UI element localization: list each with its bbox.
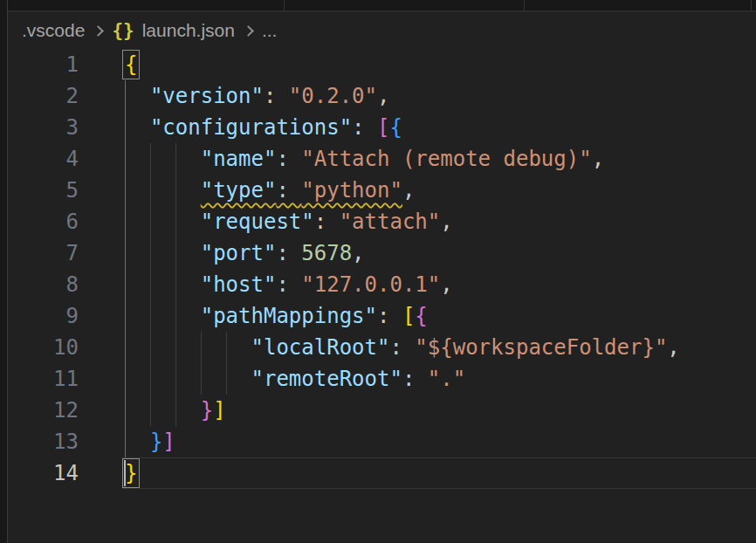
token: "0.2.0" [289, 84, 377, 108]
token: "Attach (remote debug)" [301, 147, 591, 171]
token: ] [162, 430, 175, 454]
breadcrumb-item-folder[interactable]: .vscode [22, 20, 85, 41]
token [125, 304, 201, 328]
code-line[interactable]: 2 "version": "0.2.0", [8, 80, 756, 112]
token: } [150, 430, 162, 454]
token: { [389, 115, 402, 140]
line-number[interactable]: 4 [8, 143, 79, 175]
token: "host" [201, 272, 277, 297]
token [125, 84, 150, 108]
line-number[interactable]: 6 [8, 206, 79, 237]
token: , [402, 178, 415, 203]
token [125, 335, 251, 360]
code-line[interactable]: 8 "host": "127.0.0.1", [8, 269, 756, 300]
code-text: "type": "python", [79, 175, 415, 206]
line-number[interactable]: 5 [8, 175, 79, 206]
token [125, 272, 201, 297]
token: "port" [201, 241, 277, 265]
json-file-icon: {} [112, 20, 134, 41]
bracket-match: { [125, 52, 137, 77]
token [125, 210, 201, 234]
token [125, 398, 201, 423]
token: , [667, 335, 679, 360]
line-number[interactable]: 2 [8, 80, 79, 112]
token: : [276, 241, 301, 265]
code-line[interactable]: 6 "request": "attach", [8, 206, 756, 237]
bracket-match: } [125, 461, 137, 485]
tab-separator [751, 0, 752, 10]
token: : [264, 84, 289, 108]
token: , [440, 210, 452, 234]
code-text: }] [79, 426, 175, 457]
code-line[interactable]: 7 "port": 5678, [8, 237, 756, 269]
breadcrumb-item-symbol[interactable]: ... [262, 20, 278, 41]
line-number[interactable]: 11 [8, 363, 79, 395]
line-number[interactable]: 12 [8, 395, 79, 426]
code-text: } [79, 457, 137, 489]
token [125, 367, 251, 391]
sidebar-edge [0, 0, 8, 543]
line-number[interactable]: 7 [8, 237, 79, 269]
token: : [352, 115, 377, 140]
code-text: "request": "attach", [79, 206, 453, 237]
token: [ [402, 304, 415, 328]
token [125, 178, 201, 203]
code-line[interactable]: 13 }] [8, 426, 756, 457]
token: : [402, 367, 428, 391]
token: 5678 [301, 241, 352, 265]
code-line[interactable]: 3 "configurations": [{ [8, 112, 756, 143]
line-number[interactable]: 14 [8, 457, 79, 489]
code-line[interactable]: 14} [8, 457, 756, 489]
token: "remoteRoot" [251, 367, 402, 391]
code-text: }] [79, 395, 226, 426]
token: , [377, 84, 389, 108]
code-line[interactable]: 1{ [8, 49, 756, 80]
token: , [592, 147, 604, 171]
code-line[interactable]: 11 "remoteRoot": "." [8, 363, 756, 395]
current-line-highlight [122, 457, 756, 489]
code-text: "version": "0.2.0", [79, 80, 389, 112]
code-text: "localRoot": "${workspaceFolder}", [79, 332, 680, 363]
token [125, 147, 201, 171]
token: "name" [201, 147, 277, 171]
code-text: "host": "127.0.0.1", [79, 269, 453, 300]
token: "request" [201, 210, 314, 234]
token: "127.0.0.1" [301, 272, 440, 297]
token: { [415, 304, 427, 328]
token: "configurations" [150, 115, 352, 140]
token [125, 241, 201, 265]
code-line[interactable]: 12 }] [8, 395, 756, 426]
tab-bar-edge [8, 0, 756, 12]
token [125, 115, 150, 140]
tab-separator [524, 0, 525, 10]
line-number[interactable]: 13 [8, 426, 79, 457]
cursor [124, 460, 126, 486]
breadcrumb-item-file[interactable]: launch.json [142, 20, 235, 41]
code-line[interactable]: 10 "localRoot": "${workspaceFolder}", [8, 332, 756, 363]
line-number[interactable]: 8 [8, 269, 79, 300]
token: : [276, 147, 301, 171]
line-number[interactable]: 10 [8, 332, 79, 363]
token: "type" [201, 178, 277, 203]
line-number[interactable]: 1 [8, 49, 79, 80]
editor[interactable]: 1{2 "version": "0.2.0",3 "configurations… [8, 49, 756, 543]
token: : [377, 304, 402, 328]
code-line[interactable]: 5 "type": "python", [8, 175, 756, 206]
token: , [352, 241, 364, 265]
code-text: "pathMappings": [{ [79, 300, 428, 332]
token: : [389, 335, 415, 360]
code-text: { [79, 49, 137, 80]
code-text: "configurations": [{ [79, 112, 402, 143]
line-number[interactable]: 9 [8, 300, 79, 332]
token: "version" [150, 84, 264, 108]
line-number[interactable]: 3 [8, 112, 79, 143]
tab-separator [284, 0, 285, 10]
token: , [440, 272, 452, 297]
token: "pathMappings" [201, 304, 377, 328]
code-line[interactable]: 4 "name": "Attach (remote debug)", [8, 143, 756, 175]
code-line[interactable]: 9 "pathMappings": [{ [8, 300, 756, 332]
code-text: "remoteRoot": "." [79, 363, 465, 395]
chevron-right-icon [243, 25, 254, 37]
token: "." [428, 367, 465, 391]
token: "localRoot" [251, 335, 390, 360]
